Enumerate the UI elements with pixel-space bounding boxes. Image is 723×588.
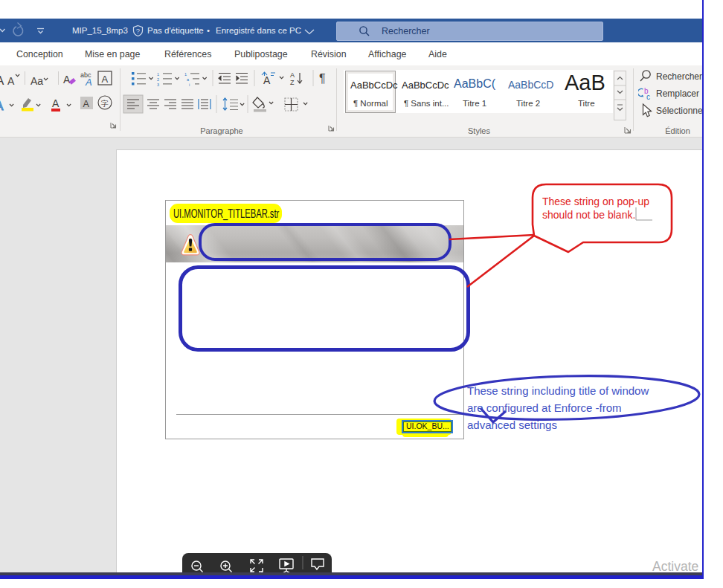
svg-text:A: A (85, 77, 92, 88)
svg-text:¶: ¶ (319, 72, 326, 85)
svg-text:a: a (187, 77, 190, 82)
svg-text:Remplacer: Remplacer (656, 88, 699, 99)
svg-text:A: A (83, 99, 90, 109)
svg-text:3: 3 (157, 83, 159, 87)
svg-text:A: A (0, 74, 4, 88)
svg-text:A: A (63, 74, 71, 85)
svg-text:i: i (189, 83, 190, 87)
svg-text:Z: Z (290, 79, 295, 86)
svg-text:A: A (102, 74, 109, 85)
svg-text:A: A (0, 99, 4, 113)
svg-text:1: 1 (184, 72, 187, 77)
svg-text:1: 1 (157, 72, 159, 77)
svg-text:字: 字 (101, 100, 109, 108)
svg-text:A: A (263, 74, 271, 86)
svg-text:A: A (7, 75, 15, 87)
svg-text:?: ? (136, 27, 140, 35)
svg-text:Rechercher: Rechercher (656, 71, 702, 82)
svg-text:c: c (646, 93, 650, 101)
svg-text:Aa: Aa (30, 75, 43, 87)
svg-text:A: A (290, 71, 295, 79)
svg-text:Sélectionner: Sélectionner (656, 106, 702, 116)
svg-text:2: 2 (157, 77, 159, 82)
svg-text:A: A (52, 97, 60, 109)
